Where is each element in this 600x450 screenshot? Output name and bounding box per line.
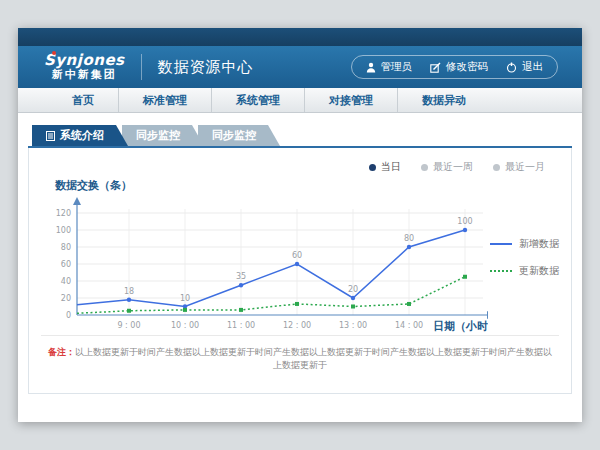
svg-text:20: 20 xyxy=(61,294,71,303)
footnote: 备注：以上数据更新于时间产生数据以上数据更新于时间产生数据以上数据更新于时间产生… xyxy=(41,335,559,371)
radio-dot-icon xyxy=(493,164,500,171)
radio-dot-icon xyxy=(421,164,428,171)
footnote-text: 以上数据更新于时间产生数据以上数据更新于时间产生数据以上数据更新于时间产生数据以… xyxy=(75,347,552,370)
tab-label: 同步监控 xyxy=(136,125,180,146)
brand-subtitle: 新中新集团 xyxy=(44,69,125,81)
legend-line-sample xyxy=(490,270,512,272)
svg-text:11 : 00: 11 : 00 xyxy=(227,321,255,330)
chart-panel: 当日最近一周最近一月 数据交换（条） 0204060801001209 : 00… xyxy=(28,148,572,394)
user-icon xyxy=(366,62,376,73)
period-option-label: 当日 xyxy=(381,160,401,174)
app-header: Synjones 新中新集团 数据资源中心 管理员 修改密码 xyxy=(18,46,582,88)
svg-text:40: 40 xyxy=(61,277,71,286)
y-axis-title: 数据交换（条） xyxy=(55,178,559,193)
chart-legend: 新增数据更新数据 xyxy=(490,237,559,333)
line-chart: 0204060801001209 : 0010 : 0011 : 0012 : … xyxy=(41,193,488,333)
svg-text:10 : 00: 10 : 00 xyxy=(171,321,199,330)
radio-dot-icon xyxy=(369,164,376,171)
svg-text:100: 100 xyxy=(56,226,71,235)
nav-item-0[interactable]: 首页 xyxy=(48,88,118,112)
nav-item-2[interactable]: 系统管理 xyxy=(211,88,304,112)
svg-text:0: 0 xyxy=(66,311,71,320)
logout-label: 退出 xyxy=(522,60,543,74)
legend-label: 新增数据 xyxy=(519,237,559,251)
period-option-label: 最近一周 xyxy=(433,160,473,174)
period-option-label: 最近一月 xyxy=(505,160,545,174)
svg-text:9 : 00: 9 : 00 xyxy=(117,321,140,330)
period-option-2[interactable]: 最近一月 xyxy=(493,160,545,174)
chart-row: 0204060801001209 : 0010 : 0011 : 0012 : … xyxy=(41,193,559,333)
svg-text:80: 80 xyxy=(404,234,414,243)
svg-text:18: 18 xyxy=(124,287,134,296)
nav-item-1[interactable]: 标准管理 xyxy=(118,88,211,112)
brand-name: Synjones xyxy=(44,53,125,69)
main-nav: 首页标准管理系统管理对接管理数据异动 xyxy=(18,88,582,113)
svg-text:13 : 00: 13 : 00 xyxy=(339,321,367,330)
legend-item-1[interactable]: 更新数据 xyxy=(490,264,559,278)
page-title: 数据资源中心 xyxy=(158,58,254,77)
period-option-0[interactable]: 当日 xyxy=(369,160,401,174)
tab-label: 同步监控 xyxy=(212,125,256,146)
nav-item-3[interactable]: 对接管理 xyxy=(304,88,397,112)
change-password-button[interactable]: 修改密码 xyxy=(430,60,488,74)
footnote-prefix: 备注： xyxy=(48,347,75,357)
admin-label: 管理员 xyxy=(381,60,413,74)
edit-icon xyxy=(430,62,441,73)
svg-text:20: 20 xyxy=(348,285,358,294)
tab-bar: 系统介绍同步监控同步监控 xyxy=(28,125,572,148)
tab-0[interactable]: 系统介绍 xyxy=(32,125,128,146)
legend-line-sample xyxy=(490,243,512,245)
content-area: 系统介绍同步监控同步监控 当日最近一周最近一月 数据交换（条） 02040608… xyxy=(18,113,582,394)
svg-text:日期（小时）: 日期（小时） xyxy=(433,320,488,333)
svg-text:60: 60 xyxy=(292,251,302,260)
nav-item-4[interactable]: 数据异动 xyxy=(397,88,490,112)
period-selector: 当日最近一周最近一月 xyxy=(41,154,559,174)
admin-user-button[interactable]: 管理员 xyxy=(366,60,413,74)
logout-button[interactable]: 退出 xyxy=(506,60,543,74)
legend-label: 更新数据 xyxy=(519,264,559,278)
header-divider xyxy=(141,54,142,80)
change-password-label: 修改密码 xyxy=(446,60,488,74)
svg-text:10: 10 xyxy=(180,294,190,303)
window-top-strip xyxy=(18,28,582,46)
svg-text:35: 35 xyxy=(236,272,246,281)
power-icon xyxy=(506,62,517,73)
svg-text:80: 80 xyxy=(61,243,71,252)
tab-1[interactable]: 同步监控 xyxy=(122,125,204,146)
tab-label: 系统介绍 xyxy=(60,125,104,146)
brand-logo: Synjones 新中新集团 xyxy=(44,53,125,80)
svg-text:60: 60 xyxy=(61,260,71,269)
document-icon xyxy=(46,131,55,141)
legend-item-0[interactable]: 新增数据 xyxy=(490,237,559,251)
svg-text:100: 100 xyxy=(457,217,472,226)
user-controls: 管理员 修改密码 退出 xyxy=(351,55,559,79)
svg-text:14 : 00: 14 : 00 xyxy=(395,321,423,330)
app-window: Synjones 新中新集团 数据资源中心 管理员 修改密码 xyxy=(18,28,582,422)
svg-text:12 : 00: 12 : 00 xyxy=(283,321,311,330)
period-option-1[interactable]: 最近一周 xyxy=(421,160,473,174)
svg-text:120: 120 xyxy=(56,209,71,218)
tab-2[interactable]: 同步监控 xyxy=(198,125,280,146)
